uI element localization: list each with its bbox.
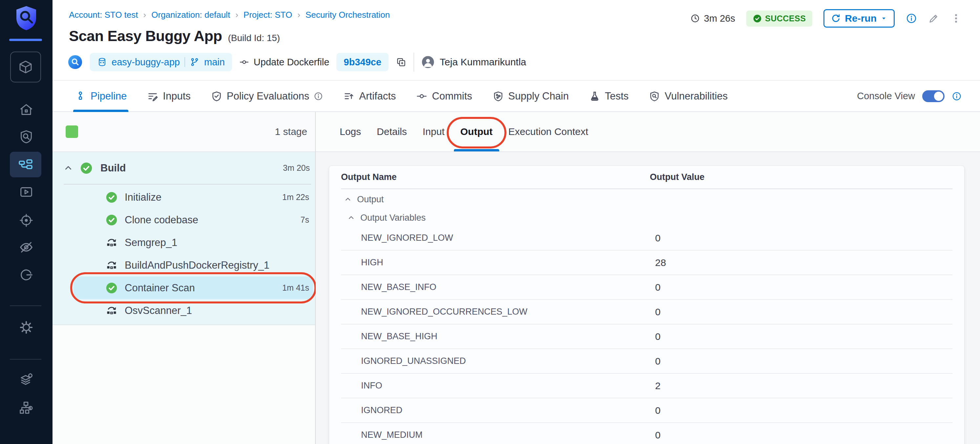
sto-logo-icon[interactable] xyxy=(14,5,38,33)
step-list: Initialize 1m 22s xyxy=(52,185,315,322)
stage-row-build[interactable]: Build 3m 20s xyxy=(52,152,315,184)
default-settings-layers-icon[interactable] xyxy=(19,372,34,387)
cube-icon xyxy=(18,59,33,75)
artifacts-icon xyxy=(343,91,355,102)
edit-pencil-icon[interactable] xyxy=(928,13,939,24)
info-icon[interactable] xyxy=(952,91,962,101)
execution-duration: 3m 26s xyxy=(690,13,735,24)
home-icon[interactable] xyxy=(19,102,34,117)
kebab-menu-icon[interactable] xyxy=(950,13,962,24)
tab-vulnerabilities[interactable]: Vulnerabilities xyxy=(649,81,728,111)
tab-supply-chain[interactable]: Supply Chain xyxy=(493,81,569,111)
page-header: Account: STO testOrganization: defaultPr… xyxy=(52,0,980,81)
breadcrumb-item[interactable]: Project: STO xyxy=(230,10,292,20)
output-variables-toggle[interactable]: Output Variables xyxy=(341,209,953,226)
executions-icon[interactable] xyxy=(19,185,34,200)
step-details-panel: Logs Details Input Output Execution Cont… xyxy=(316,112,980,444)
chevron-up-icon xyxy=(344,195,352,203)
pipelines-nav-active[interactable] xyxy=(10,152,41,177)
settings-gear-icon[interactable] xyxy=(19,320,34,335)
output-name-cell: IGNORED xyxy=(341,405,650,415)
detail-tab[interactable]: Execution Context xyxy=(508,112,588,152)
breadcrumb-item[interactable]: Account: STO test xyxy=(69,10,138,20)
step-row[interactable]: Semgrep_1 xyxy=(73,231,313,254)
step-duration: 1m 41s xyxy=(282,283,309,292)
exemptions-eye-off-icon[interactable] xyxy=(19,240,34,255)
output-tab-content: Output Name Output Value Output Output V… xyxy=(316,152,980,444)
page-title: Scan Easy Buggy App xyxy=(69,27,222,45)
info-icon[interactable] xyxy=(906,13,917,24)
getting-started-icon[interactable] xyxy=(19,267,34,283)
targets-icon[interactable] xyxy=(19,213,34,228)
info-icon[interactable] xyxy=(314,92,323,101)
header-divider xyxy=(414,53,414,72)
supply-chain-icon xyxy=(493,91,504,102)
console-view-toggle[interactable] xyxy=(922,90,945,102)
branch-name: main xyxy=(204,57,225,68)
pipelines-icon xyxy=(18,157,33,172)
stage-status-chip[interactable] xyxy=(66,125,78,138)
success-icon xyxy=(106,192,118,203)
commit-icon xyxy=(239,57,249,67)
rerun-button[interactable]: Re-run xyxy=(823,9,895,27)
step-name: Clone codebase xyxy=(125,214,198,226)
step-name: BuildAndPushDockerRegistry_1 xyxy=(125,259,269,271)
step-row[interactable]: Clone codebase 7s xyxy=(73,209,313,231)
output-group-toggle[interactable]: Output xyxy=(341,189,953,209)
sidebar-divider xyxy=(10,359,41,359)
stage-name: Build xyxy=(100,162,126,174)
module-active-underline xyxy=(9,39,42,41)
tab-pipeline[interactable]: Pipeline xyxy=(75,81,127,111)
step-row[interactable]: BuildAndPushDockerRegistry_1 xyxy=(73,254,313,276)
output-value-cell: 0 xyxy=(650,405,661,416)
detail-tab[interactable]: Output xyxy=(460,112,493,152)
chevron-down-icon xyxy=(881,15,887,22)
commit-message[interactable]: Update Dockerfile xyxy=(254,57,329,68)
pill-divider xyxy=(185,57,185,67)
breadcrumb-item[interactable]: Organization: default xyxy=(138,10,231,20)
output-name-cell: IGNORED_UNASSIGNED xyxy=(341,356,650,366)
repository-icon xyxy=(97,57,107,67)
policy-shield-icon xyxy=(211,91,222,102)
output-value-cell: 0 xyxy=(650,307,661,318)
step-row[interactable]: OsvScanner_1 xyxy=(73,299,313,322)
main-tabbar: Pipeline Inputs Policy Evaluations xyxy=(52,81,980,112)
tab-inputs[interactable]: Inputs xyxy=(147,81,190,111)
stage-count-label: 1 stage xyxy=(275,126,307,137)
output-name-cell: NEW_BASE_INFO xyxy=(341,282,650,292)
output-table-header: Output Name Output Value xyxy=(341,166,953,189)
detail-tab[interactable]: Input xyxy=(423,112,445,152)
copy-icon[interactable] xyxy=(396,57,406,67)
table-row: IGNORED_UNASSIGNED 0 xyxy=(341,349,953,374)
chevron-up-icon[interactable] xyxy=(64,163,73,173)
account-settings-org-icon[interactable] xyxy=(19,400,34,415)
commit-sha: 9b349ce xyxy=(344,57,381,68)
looping-strategy-icon xyxy=(106,237,118,249)
stage-panel-header: 1 stage xyxy=(52,112,315,152)
scm-provider-icon xyxy=(68,54,83,70)
output-name-cell: NEW_IGNORED_LOW xyxy=(341,233,650,243)
repo-branch-pill[interactable]: easy-buggy-app main xyxy=(90,53,232,71)
step-row[interactable]: Container Scan 1m 41s xyxy=(73,276,313,299)
refresh-icon xyxy=(831,13,841,23)
tab-commits[interactable]: Commits xyxy=(416,81,472,111)
output-name-cell: NEW_MEDIUM xyxy=(341,430,650,440)
breadcrumb-item[interactable]: Security Orchestration xyxy=(292,10,390,20)
module-switcher-button[interactable] xyxy=(10,51,41,82)
inputs-icon xyxy=(147,91,158,102)
step-name: Container Scan xyxy=(125,282,195,294)
table-row: IGNORED 0 xyxy=(341,398,953,423)
tab-tests[interactable]: Tests xyxy=(589,81,628,111)
pipeline-icon xyxy=(75,91,86,102)
detail-tab[interactable]: Details xyxy=(377,112,407,152)
scans-shield-icon[interactable] xyxy=(19,129,34,144)
output-card: Output Name Output Value Output Output V… xyxy=(329,166,964,444)
step-row[interactable]: Initialize 1m 22s xyxy=(73,186,313,209)
column-output-value: Output Value xyxy=(650,172,705,182)
commit-sha-pill[interactable]: 9b349ce xyxy=(336,53,388,71)
detail-tab[interactable]: Logs xyxy=(340,112,361,152)
tab-policy-evaluations[interactable]: Policy Evaluations xyxy=(211,81,323,111)
step-name: Initialize xyxy=(125,192,161,203)
tab-artifacts[interactable]: Artifacts xyxy=(343,81,396,111)
branch-icon xyxy=(190,57,200,67)
